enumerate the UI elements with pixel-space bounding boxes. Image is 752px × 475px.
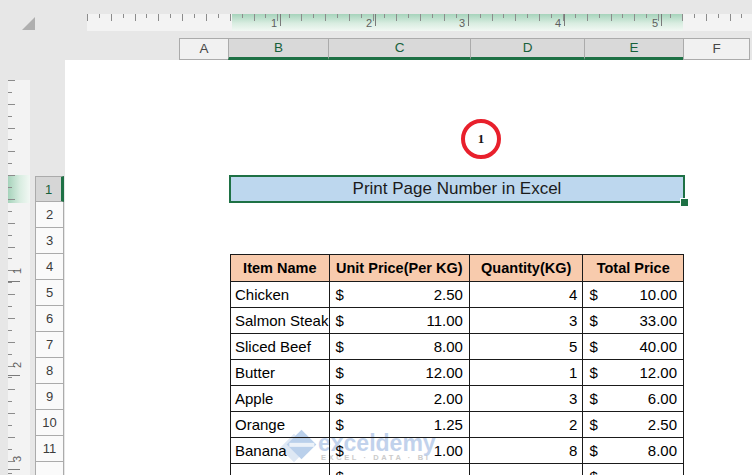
row-header-7[interactable]: 7 [35,332,64,358]
column-header-c[interactable]: C [328,38,470,60]
table-row: Sliced Beef $8.00 5 $40.00 [231,334,683,360]
row-header-12-partial[interactable] [35,462,64,475]
column-header-f[interactable]: F [683,38,750,60]
row-header-11[interactable]: 11 [35,436,64,462]
cell-item[interactable]: Apple [231,386,330,412]
cell-item[interactable]: Salmon Steak [231,308,330,334]
ruler-number: 3 [9,451,25,467]
column-header-e[interactable]: E [584,38,683,60]
page-number[interactable]: 1 [478,131,485,147]
row-header-2[interactable]: 2 [35,202,64,228]
currency-symbol: $ [336,282,344,307]
cell-item[interactable]: Banana [231,438,330,464]
cell-unit-price[interactable]: $2.00 [330,386,470,412]
ruler-number: 3 [448,17,465,29]
row-header-5[interactable]: 5 [35,280,64,306]
page-number-annotation-circle: 1 [461,119,501,159]
table-row: Salmon Steak $11.00 3 $33.00 [231,308,683,334]
cell-quantity[interactable]: 1 [470,360,583,386]
ruler-number: 4 [544,17,561,29]
cell-total[interactable]: $8.00 [583,438,683,464]
price-value: 2.00 [434,386,463,411]
header-total-price[interactable]: Total Price [583,255,683,282]
currency-symbol: $ [336,334,344,359]
cell-quantity[interactable]: 3 [470,386,583,412]
cell-quantity[interactable]: 3 [470,308,583,334]
price-value: 12.00 [425,360,463,385]
vertical-ruler: 1 2 3 [8,80,30,475]
cell-total[interactable]: $33.00 [583,308,683,334]
price-value: 2.50 [648,412,677,437]
price-value: 10.00 [639,282,677,307]
ruler-inch-tick [8,469,20,470]
cell-item[interactable] [231,464,330,475]
ruler-inch-tick [280,14,281,26]
excel-page-layout-view: 1 2 3 4 5 1 2 3 A B C D E F 1 2 3 4 5 6 … [0,0,752,475]
select-all-icon[interactable] [22,17,35,30]
selection-fill-handle[interactable] [680,198,689,207]
currency-symbol: $ [589,308,597,333]
cell-item[interactable]: Butter [231,360,330,386]
currency-symbol: $ [336,412,344,437]
header-unit-price[interactable]: Unit Price(Per KG) [330,255,470,282]
cell-unit-price[interactable]: $1.25 [330,412,470,438]
cell-item[interactable]: Chicken [231,282,330,308]
cell-quantity[interactable]: 2 [470,412,583,438]
row-header-8[interactable]: 8 [35,358,64,384]
cell-total[interactable]: $12.00 [583,360,683,386]
currency-symbol: $ [589,282,597,307]
price-value: 33.00 [639,308,677,333]
cell-total[interactable]: $10.00 [583,282,683,308]
title-cell[interactable]: Print Page Number in Excel [229,175,685,203]
ruler-inch-tick [8,281,20,282]
cell-quantity[interactable]: 5 [470,334,583,360]
cell-item[interactable]: Orange [231,412,330,438]
ruler-inch-tick [8,375,20,376]
row-header-4[interactable]: 4 [35,254,64,280]
table-row-partial: $ $ [231,464,683,475]
ruler-number: 2 [9,357,25,373]
currency-symbol: $ [589,360,597,385]
price-value: 8.00 [434,334,463,359]
price-value: 40.00 [639,334,677,359]
row-header-9[interactable]: 9 [35,384,64,410]
ruler-number: 1 [260,17,277,29]
price-value: 12.00 [639,360,677,385]
column-header-b[interactable]: B [228,38,328,60]
table-row: Chicken $2.50 4 $10.00 [231,282,683,308]
table-row: Banana $1.00 8 $8.00 [231,438,683,464]
row-header-10[interactable]: 10 [35,410,64,436]
cell-quantity[interactable]: 8 [470,438,583,464]
currency-symbol: $ [589,467,597,475]
cell-quantity[interactable] [470,464,584,475]
cell-total[interactable]: $2.50 [583,412,683,438]
cell-unit-price[interactable]: $12.00 [330,360,470,386]
header-item-name[interactable]: Item Name [231,255,330,282]
cell-unit-price[interactable]: $2.50 [330,282,470,308]
cell-quantity[interactable]: 4 [470,282,583,308]
ruler-number: 5 [641,17,658,29]
currency-symbol: $ [336,308,344,333]
row-header-6[interactable]: 6 [35,306,64,332]
header-quantity[interactable]: Quantity(KG) [470,255,584,282]
price-value: 1.25 [434,412,463,437]
table-row: Butter $12.00 1 $12.00 [231,360,683,386]
column-header-d[interactable]: D [470,38,584,60]
table-header-row: Item Name Unit Price(Per KG) Quantity(KG… [231,255,683,282]
cell-unit-price[interactable]: $8.00 [330,334,470,360]
cell-total[interactable]: $ [583,464,683,475]
cell-total[interactable]: $40.00 [583,334,683,360]
row-header-3[interactable]: 3 [35,228,64,254]
currency-symbol: $ [589,334,597,359]
column-header-a[interactable]: A [179,38,228,60]
cell-unit-price[interactable]: $11.00 [330,308,470,334]
cell-total[interactable]: $6.00 [583,386,683,412]
cell-unit-price[interactable]: $ [330,464,470,475]
cell-item[interactable]: Sliced Beef [231,334,330,360]
data-table: Item Name Unit Price(Per KG) Quantity(KG… [230,254,684,475]
cell-unit-price[interactable]: $1.00 [330,438,470,464]
currency-symbol: $ [336,467,344,475]
currency-symbol: $ [589,412,597,437]
row-header-1[interactable]: 1 [35,176,64,202]
ruler-inch-tick [661,14,662,26]
